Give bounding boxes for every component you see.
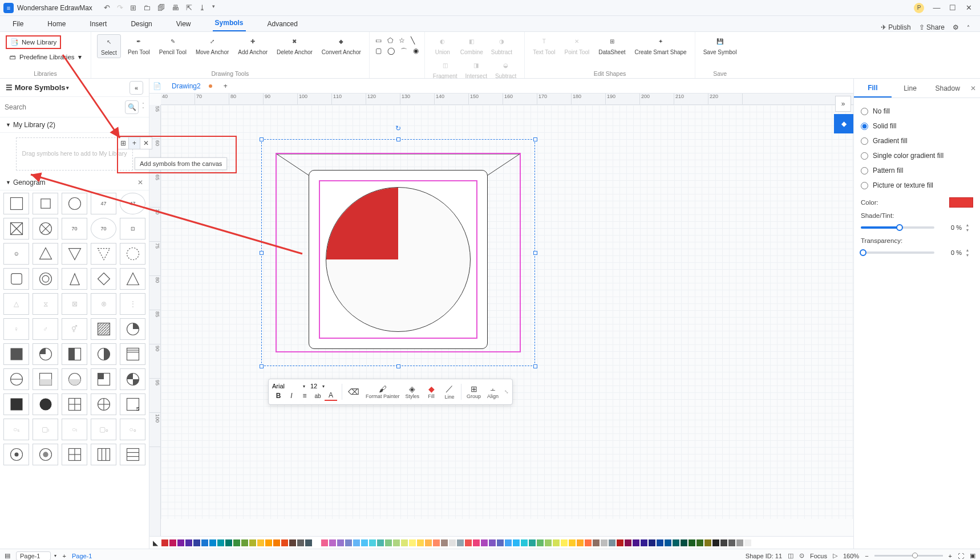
palette-swatch[interactable] (329, 539, 336, 546)
symbol-item[interactable]: ⋮ (120, 293, 145, 315)
palette-swatch[interactable] (353, 539, 360, 546)
palette-swatch[interactable] (305, 539, 312, 546)
symbol-item[interactable]: ○ₛ (3, 419, 29, 440)
palette-swatch[interactable] (273, 539, 280, 546)
fullscreen-icon[interactable]: ▣ (970, 552, 975, 559)
combine-button[interactable]: ◧Combine (458, 34, 485, 57)
rp-paintbucket-icon[interactable]: ◆ (834, 114, 853, 133)
color-swatch[interactable] (949, 197, 973, 208)
palette-swatch[interactable] (465, 539, 472, 546)
shape-spiral-icon[interactable]: ◉ (413, 47, 419, 56)
symbol-item[interactable] (120, 268, 145, 290)
symbol-item[interactable] (91, 343, 116, 365)
symbol-item[interactable]: ⧖ (33, 293, 58, 315)
palette-swatch[interactable] (417, 539, 424, 546)
import-icon[interactable]: ⤓ (199, 3, 205, 12)
point-tool[interactable]: ✕Point Tool (562, 34, 592, 57)
tab-home[interactable]: Home (45, 17, 68, 31)
maximize-button[interactable]: ☐ (945, 3, 961, 12)
canvas[interactable]: 4070809010011012013014015016017018019020… (149, 94, 853, 536)
symbol-item[interactable] (62, 193, 87, 214)
palette-swatch[interactable] (736, 539, 743, 546)
intersect-button[interactable]: ◨Intersect (463, 58, 489, 81)
palette-swatch[interactable] (561, 539, 568, 546)
search-input[interactable] (5, 103, 122, 111)
minimize-button[interactable]: — (929, 3, 945, 12)
symbol-item[interactable]: ▢ₒ (91, 419, 116, 440)
add-page-button[interactable]: + (62, 553, 66, 559)
pencil-tool[interactable]: ✎Pencil Tool (157, 34, 189, 57)
symbol-item[interactable] (33, 193, 58, 214)
fragment-button[interactable]: ◫Fragment (431, 58, 460, 81)
search-nav-icon[interactable]: ˄˅ (142, 103, 144, 112)
palette-swatch[interactable] (457, 539, 464, 546)
palette-swatch[interactable] (489, 539, 496, 546)
zoom-out-button[interactable]: − (865, 553, 868, 559)
symbol-item[interactable] (3, 393, 29, 415)
symbol-item[interactable]: ○ₒ (120, 419, 145, 440)
collapse-ribbon-icon[interactable]: ˄ (967, 25, 970, 31)
palette-swatch[interactable] (649, 539, 655, 546)
bold-button[interactable]: B (272, 391, 285, 401)
shape-line-icon[interactable]: ╲ (411, 36, 415, 44)
palette-swatch[interactable] (369, 539, 376, 546)
palette-swatch[interactable] (593, 539, 600, 546)
new-library-button[interactable]: 📑 New Library (6, 35, 61, 49)
fontsize-select[interactable] (306, 383, 321, 389)
publish-button[interactable]: ✈ Publish (881, 23, 911, 31)
predefine-libraries-button[interactable]: 🗃 Predefine Libraries▾ (6, 51, 85, 63)
symbol-item[interactable] (62, 444, 87, 465)
new-tab-button[interactable]: + (219, 82, 232, 90)
export-icon[interactable]: ⇱ (186, 3, 192, 12)
palette-swatch[interactable] (401, 539, 408, 546)
palette-swatch[interactable] (385, 539, 392, 546)
text-tool[interactable]: TText Tool (531, 34, 557, 57)
symbol-item[interactable] (91, 368, 116, 390)
symbol-item[interactable]: ▢ₗ (33, 419, 58, 440)
transparency-slider[interactable] (861, 251, 934, 254)
symbol-item[interactable] (62, 243, 87, 265)
clear-format-button[interactable]: ⌫ (346, 382, 362, 402)
save-icon[interactable]: 🗐 (157, 3, 165, 12)
fill-opt-gradient[interactable] (861, 137, 868, 145)
symbol-item[interactable]: S (120, 393, 145, 415)
delete-anchor-tool[interactable]: ✖Delete Anchor (274, 34, 315, 57)
datasheet-button[interactable]: ⊞DataSheet (596, 34, 627, 57)
palette-swatch[interactable] (513, 539, 520, 546)
symbol-item[interactable] (33, 268, 58, 290)
palette-swatch[interactable] (681, 539, 687, 546)
subtract1-button[interactable]: ◑Subtract (489, 34, 515, 57)
palette-swatch[interactable] (617, 539, 623, 546)
palette-swatch[interactable] (505, 539, 512, 546)
palette-swatch[interactable] (529, 539, 536, 546)
tab-design[interactable]: Design (128, 17, 154, 31)
fill-button[interactable]: ◆Fill (423, 382, 439, 402)
palette-swatch[interactable] (601, 539, 608, 546)
symbol-item[interactable] (62, 268, 87, 290)
line-button[interactable]: ／Line (442, 382, 457, 402)
tab-symbols[interactable]: Symbols (213, 15, 246, 31)
fill-opt-picture[interactable] (861, 182, 868, 189)
palette-swatch[interactable] (473, 539, 480, 546)
symbol-item[interactable] (120, 444, 145, 465)
genogram-close-icon[interactable]: ✕ (137, 178, 143, 186)
palette-swatch[interactable] (281, 539, 288, 546)
symbol-item[interactable] (91, 243, 116, 265)
undo-icon[interactable]: ↶ (104, 3, 110, 12)
symbol-item[interactable]: ⊠ (62, 293, 87, 315)
symbol-item[interactable]: ♀ (3, 318, 29, 340)
palette-swatch[interactable] (696, 539, 703, 546)
palette-swatch[interactable] (377, 539, 384, 546)
fill-opt-pattern[interactable] (861, 167, 868, 175)
search-icon[interactable]: 🔍 (125, 100, 139, 114)
palette-swatch[interactable] (728, 539, 735, 546)
symbol-item[interactable] (33, 368, 58, 390)
palette-swatch[interactable] (449, 539, 456, 546)
symbol-item[interactable] (3, 343, 29, 365)
palette-swatch[interactable] (161, 539, 168, 546)
palette-swatch[interactable] (425, 539, 432, 546)
symbol-item[interactable] (3, 218, 29, 240)
fit-page-icon[interactable]: ⛶ (958, 553, 964, 559)
palette-swatch[interactable] (177, 539, 184, 546)
palette-swatch[interactable] (321, 539, 328, 546)
